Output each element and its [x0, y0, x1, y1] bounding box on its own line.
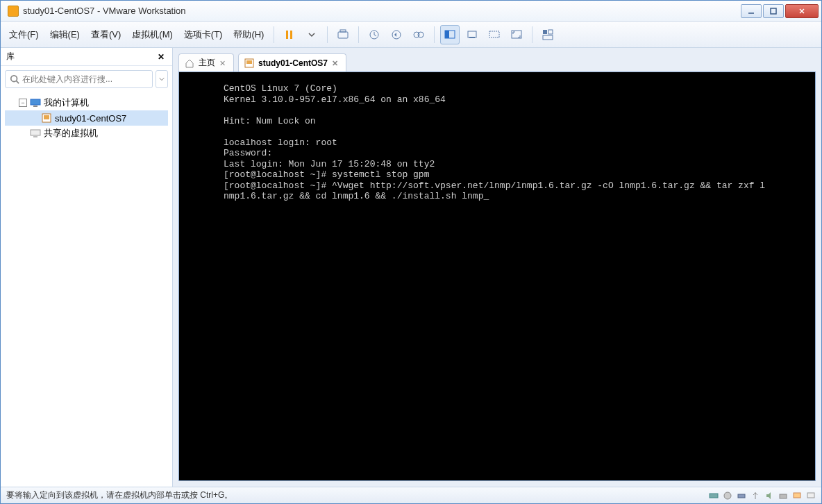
computer-icon: [30, 97, 41, 108]
maximize-button[interactable]: [763, 4, 784, 18]
menu-view[interactable]: 查看(V): [85, 26, 126, 44]
content-area: 主页 ✕ study01-CentOS7 ✕ CentOS Linux 7 (C…: [173, 48, 821, 487]
menu-file[interactable]: 文件(F): [3, 26, 44, 44]
close-button[interactable]: [785, 4, 819, 18]
tree-vm-study01[interactable]: study01-CentOS7: [5, 110, 168, 126]
menu-vm[interactable]: 虚拟机(M): [126, 26, 178, 44]
home-icon: [185, 58, 194, 68]
device-net-icon[interactable]: [737, 491, 746, 501]
device-sound-icon[interactable]: [764, 491, 774, 501]
main-area: 库 ✕ − 我的计算机 study01-CentOS7 共享的虚: [1, 48, 821, 487]
send-ctrl-alt-del-icon[interactable]: [333, 25, 353, 44]
vm-console[interactable]: CentOS Linux 7 (Core) Kernel 3.10.0-957.…: [178, 72, 816, 481]
svg-rect-4: [286, 31, 288, 39]
menu-bar: 文件(F) 编辑(E) 查看(V) 虚拟机(M) 选项卡(T) 帮助(H): [1, 22, 821, 48]
tab-vm-study01[interactable]: study01-CentOS7 ✕: [238, 53, 346, 72]
snapshot-take-icon[interactable]: [364, 25, 384, 44]
svg-rect-14: [468, 31, 476, 37]
tab-home[interactable]: 主页 ✕: [178, 53, 234, 72]
svg-rect-15: [469, 37, 475, 38]
device-cd-icon[interactable]: [723, 491, 732, 501]
tab-close-icon[interactable]: ✕: [332, 59, 340, 67]
svg-rect-23: [31, 99, 40, 105]
fullscreen-icon[interactable]: [507, 25, 526, 44]
svg-rect-31: [710, 494, 718, 498]
svg-rect-30: [246, 60, 252, 64]
svg-rect-18: [543, 30, 547, 34]
status-device-icons: [709, 491, 816, 501]
snapshot-manager-icon[interactable]: [409, 25, 428, 44]
svg-rect-26: [44, 115, 49, 119]
tab-bar: 主页 ✕ study01-CentOS7 ✕: [173, 48, 821, 72]
minimize-button[interactable]: [741, 4, 762, 18]
tab-label: 主页: [199, 57, 215, 69]
tree-label: 我的计算机: [44, 96, 89, 109]
toolbar-separator: [358, 26, 359, 43]
svg-line-22: [17, 81, 19, 84]
svg-rect-36: [807, 493, 814, 498]
tree-label: study01-CentOS7: [55, 113, 126, 124]
view-stretch-icon[interactable]: [485, 25, 504, 44]
view-fit-icon[interactable]: [462, 25, 482, 44]
search-dropdown-icon[interactable]: [156, 70, 168, 88]
toolbar-separator: [434, 26, 435, 43]
menu-tabs[interactable]: 选项卡(T): [178, 26, 228, 44]
svg-rect-5: [290, 31, 292, 39]
svg-rect-28: [33, 136, 37, 137]
svg-point-21: [11, 76, 17, 82]
power-dropdown-icon[interactable]: [302, 25, 321, 44]
svg-rect-24: [33, 106, 37, 107]
search-box[interactable]: [5, 70, 153, 88]
svg-point-32: [724, 492, 731, 499]
tab-close-icon[interactable]: ✕: [219, 59, 228, 67]
tree-label: 共享的虚拟机: [44, 127, 98, 140]
search-icon: [10, 74, 19, 84]
tree-my-computer[interactable]: − 我的计算机: [5, 95, 168, 110]
sidebar-close-icon[interactable]: ✕: [156, 51, 167, 62]
sidebar-header: 库 ✕: [1, 48, 172, 66]
device-usb-icon[interactable]: [750, 491, 760, 501]
svg-rect-35: [794, 493, 800, 498]
library-tree: − 我的计算机 study01-CentOS7 共享的虚拟机: [1, 92, 172, 144]
menu-edit[interactable]: 编辑(E): [44, 26, 85, 44]
device-hdd-icon[interactable]: [709, 491, 719, 501]
toolbar-separator: [327, 26, 328, 43]
vm-icon: [41, 112, 52, 124]
search-input[interactable]: [22, 74, 148, 84]
snapshot-revert-icon[interactable]: [387, 25, 406, 44]
svg-rect-20: [543, 35, 553, 40]
tab-label: study01-CentOS7: [258, 58, 328, 68]
svg-point-11: [418, 32, 423, 37]
view-console-icon[interactable]: [440, 25, 460, 44]
svg-rect-19: [548, 30, 553, 34]
title-bar: study01-CentOS7 - VMware Workstation: [1, 1, 821, 22]
toolbar-separator: [274, 26, 274, 43]
shared-icon: [30, 128, 41, 139]
terminal-output: CentOS Linux 7 (Core) Kernel 3.10.0-957.…: [179, 72, 815, 202]
status-hint: 要将输入定向到该虚拟机，请在虚拟机内部单击或按 Ctrl+G。: [6, 489, 233, 501]
app-icon: [8, 6, 19, 17]
device-msg-icon[interactable]: [806, 491, 816, 501]
svg-rect-1: [771, 8, 776, 14]
collapse-icon[interactable]: −: [19, 99, 27, 107]
window-title: study01-CentOS7 - VMware Workstation: [23, 6, 739, 16]
toolbar-separator: [532, 26, 532, 43]
svg-rect-7: [340, 30, 346, 32]
device-printer-icon[interactable]: [778, 491, 788, 501]
pause-button[interactable]: [280, 25, 299, 44]
svg-rect-6: [338, 32, 348, 38]
sidebar-title: 库: [6, 51, 156, 62]
device-display-icon[interactable]: [792, 491, 802, 501]
tree-shared-vms[interactable]: 共享的虚拟机: [5, 126, 168, 141]
svg-rect-34: [780, 494, 787, 498]
unity-icon[interactable]: [538, 25, 557, 44]
svg-rect-33: [738, 494, 745, 498]
vm-icon: [244, 58, 254, 68]
svg-rect-27: [31, 130, 40, 135]
menu-help[interactable]: 帮助(H): [228, 26, 269, 44]
svg-rect-13: [445, 31, 449, 38]
status-bar: 要将输入定向到该虚拟机，请在虚拟机内部单击或按 Ctrl+G。: [1, 487, 821, 503]
sidebar: 库 ✕ − 我的计算机 study01-CentOS7 共享的虚: [1, 48, 173, 487]
svg-rect-16: [489, 31, 499, 37]
